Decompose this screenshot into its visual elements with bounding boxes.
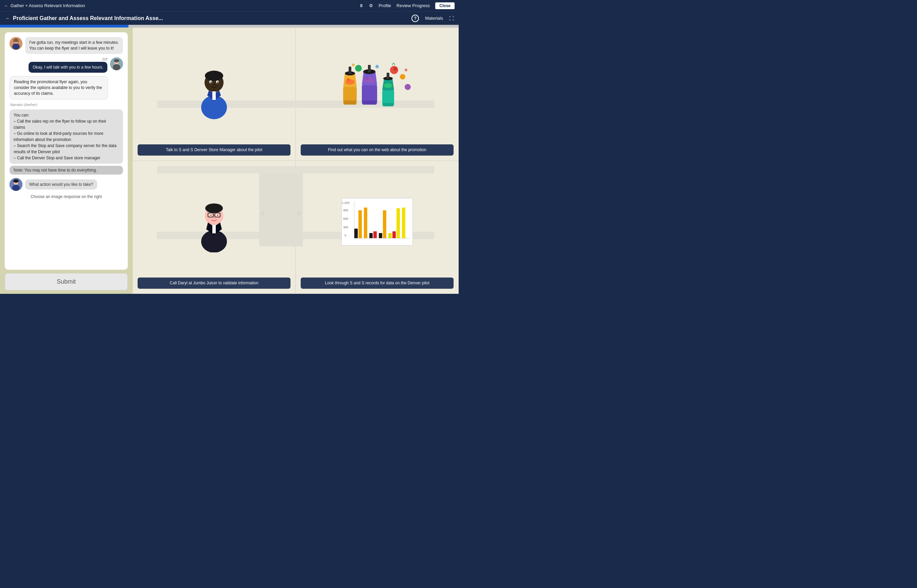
second-bar-right: ? Materials ⛶ (411, 15, 454, 22)
note-bubble: Note: You may not have time to do everyt… (10, 166, 123, 174)
svg-rect-46 (383, 103, 393, 106)
bar-group-6 (402, 208, 405, 238)
svg-point-69 (213, 217, 215, 218)
y-label-900: 900 (343, 208, 348, 212)
chat-message-1: I've gotta run, my meetings start in a f… (10, 37, 123, 54)
manager-character (192, 58, 236, 119)
narrator-bubble: You can: – Call the sales rep on the fly… (10, 109, 123, 164)
bar-group-5 (388, 208, 400, 238)
bar-group-4 (379, 210, 386, 238)
choice-1-label: Talk to S and S Denver Store Manager abo… (137, 144, 291, 155)
question-section: What action would you like to take? Choo… (10, 178, 123, 199)
choice-1-manager[interactable]: Talk to S and S Denver Store Manager abo… (133, 27, 296, 161)
fullscreen-icon[interactable]: ⛶ (449, 16, 454, 21)
message-2-bubble: Okay, I will talk with you in a few hour… (29, 62, 107, 73)
svg-point-53 (355, 65, 362, 72)
back-button[interactable]: ← Gather + Assess Relevant Information (4, 3, 85, 8)
svg-point-61 (205, 204, 223, 213)
svg-point-11 (13, 179, 19, 183)
top-nav-bar: ← Gather + Assess Relevant Information ⏸… (0, 0, 459, 11)
second-bar: → Proficient Gather and Assess Relevant … (0, 11, 459, 25)
bar-5b (392, 231, 396, 238)
chat-message-2: Jeff Okay, I will talk with you in a few… (10, 57, 123, 73)
bar-6a (402, 208, 405, 238)
bar-group-2 (364, 208, 367, 238)
chat-box: I've gotta run, my meetings start in a f… (5, 32, 128, 270)
svg-rect-41 (368, 65, 371, 72)
svg-point-35 (345, 79, 355, 85)
back-arrow-icon: ← (4, 3, 8, 8)
female-avatar (10, 37, 23, 50)
svg-rect-48 (387, 73, 389, 79)
blenders-image (301, 32, 454, 144)
question-bubble: What action would you like to take? (25, 179, 97, 189)
svg-point-49 (384, 83, 392, 88)
y-label-1200: 1,200 (342, 201, 349, 205)
narrator-section: Narrator (she/her) You can: – Call the s… (10, 103, 123, 174)
choice-4-label: Look through S and S records for data on… (301, 278, 454, 289)
progress-bar-container (0, 25, 459, 27)
bar-5c (396, 208, 400, 238)
bar-group-3 (369, 231, 377, 238)
choice-2-web[interactable]: Find out what you can on the web about t… (296, 27, 459, 161)
blenders-svg (340, 60, 414, 118)
narrator-text: You can: – Call the sales rep on the fly… (14, 113, 116, 160)
message-3-bubble: Reading the promotional flyer again, you… (10, 76, 108, 99)
svg-point-43 (365, 77, 369, 80)
svg-point-12 (12, 185, 20, 191)
choice-4-records[interactable]: 1,200 900 600 300 0 (296, 161, 459, 294)
back-label: Gather + Assess Relevant Information (11, 3, 85, 8)
y-label-0: 0 (344, 234, 346, 237)
bar-2a (364, 208, 367, 238)
chart-bars (354, 201, 410, 239)
chart-image: 1,200 900 600 300 0 (301, 166, 454, 278)
choice-3-daryl[interactable]: Call Daryl at Jumbo Juicer to validate i… (133, 161, 296, 294)
pause-icon[interactable]: ⏸ (359, 3, 364, 8)
chat-panel: I've gotta run, my meetings start in a f… (0, 27, 133, 294)
jeff-label: Jeff (102, 57, 107, 61)
question-row: What action would you like to take? (10, 178, 123, 191)
review-progress-link[interactable]: Review Progress (396, 3, 430, 8)
choose-text: Choose an image response on the right (10, 194, 123, 199)
main-content: I've gotta run, my meetings start in a f… (0, 27, 459, 294)
svg-point-67 (210, 214, 212, 216)
daryl-image (137, 166, 291, 278)
svg-point-57 (352, 63, 355, 66)
nav-controls: ⏸ ⚙ Profile Review Progress Close (359, 2, 454, 9)
y-label-300: 300 (343, 226, 348, 229)
bar-3b (374, 231, 377, 238)
svg-rect-32 (344, 100, 356, 105)
manager-image (137, 32, 291, 144)
choice-3-label: Call Daryl at Jumbo Juicer to validate i… (137, 278, 291, 289)
progress-bar-fill (0, 25, 128, 27)
bar-1b (359, 210, 362, 238)
narrator-label: Narrator (she/her) (10, 103, 123, 107)
svg-point-36 (347, 78, 349, 81)
svg-point-28 (213, 84, 215, 85)
daryl-character (192, 191, 236, 252)
choices-panel: Talk to S and S Denver Store Manager abo… (133, 27, 459, 294)
close-button[interactable]: Close (435, 2, 454, 9)
submit-button[interactable]: Submit (5, 273, 128, 291)
page-title: Proficient Gather and Assess Relevant In… (13, 15, 411, 21)
bar-group-1 (354, 210, 362, 238)
bar-4a (379, 233, 382, 238)
profile-link[interactable]: Profile (378, 3, 391, 8)
svg-point-8 (113, 64, 120, 70)
svg-point-27 (217, 82, 218, 83)
settings-icon[interactable]: ⚙ (369, 3, 373, 8)
help-icon[interactable]: ? (411, 15, 419, 22)
bar-3a (369, 233, 373, 238)
expand-icon[interactable]: → (5, 16, 10, 21)
svg-point-54 (405, 84, 411, 90)
svg-point-68 (217, 214, 218, 216)
materials-button[interactable]: Materials (425, 16, 443, 21)
svg-rect-29 (212, 91, 216, 100)
svg-point-3 (13, 39, 19, 42)
svg-point-56 (405, 69, 408, 71)
svg-point-4 (12, 44, 20, 50)
svg-point-52 (400, 74, 405, 79)
svg-rect-70 (212, 225, 216, 233)
bar-1a (354, 229, 358, 238)
bar-4b (383, 210, 386, 238)
